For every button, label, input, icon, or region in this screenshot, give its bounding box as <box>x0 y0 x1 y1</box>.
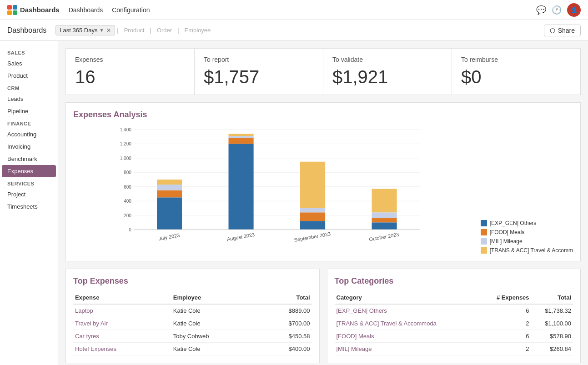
kpi-row: Expenses 16 To report $1,757 To validate… <box>65 48 581 95</box>
nav-dashboards[interactable]: Dashboards <box>69 6 103 14</box>
kpi-label: To report <box>204 56 314 63</box>
share-button[interactable]: ⬡ Share <box>544 25 581 36</box>
sidebar-item-pipeline[interactable]: Pipeline <box>0 105 58 117</box>
svg-rect-19 <box>157 180 182 185</box>
expense-total: $700.00 <box>257 317 312 330</box>
svg-text:October 2023: October 2023 <box>369 231 400 242</box>
kpi-card-to-validate: To validate $1,921 <box>323 48 452 95</box>
main-content: Expenses 16 To report $1,757 To validate… <box>58 41 588 365</box>
filter-last365[interactable]: Last 365 Days ▼ ✕ <box>55 25 115 35</box>
chart-legend: [EXP_GEN] Others [FOOD] Meals [MIL] Mile… <box>476 220 573 254</box>
sidebar-item-sales[interactable]: Sales <box>0 57 58 70</box>
chart-area: 02004006008001,0001,2001,400July 2023Aug… <box>73 125 467 254</box>
legend-item: [FOOD] Meals <box>481 229 573 235</box>
th-expense-0: Expense <box>73 291 171 304</box>
expense-total: $889.00 <box>257 304 312 317</box>
sidebar-section-crm: CRM <box>0 82 58 93</box>
legend-label: [EXP_GEN] Others <box>490 220 537 226</box>
svg-rect-33 <box>372 212 397 218</box>
avatar-image: 👤 <box>571 7 578 13</box>
sidebar-item-timesheets[interactable]: Timesheets <box>0 200 58 213</box>
svg-text:September 2023: September 2023 <box>294 231 331 243</box>
category-name[interactable]: [TRANS & ACC] Travel & Accommoda <box>335 317 480 330</box>
sidebar-item-benchmark[interactable]: Benchmark <box>0 153 58 165</box>
avatar[interactable]: 👤 <box>567 3 581 17</box>
category-count: 2 <box>480 343 531 355</box>
chart-title: Expenses Analysis <box>73 110 573 120</box>
expense-name[interactable]: Car tyres <box>73 330 171 343</box>
th-expense-2: Total <box>257 291 312 304</box>
legend-item: [EXP_GEN] Others <box>481 220 573 226</box>
svg-rect-24 <box>229 134 254 136</box>
svg-text:600: 600 <box>124 185 131 190</box>
expense-total: $450.58 <box>257 330 312 343</box>
sub-nav: Dashboards Last 365 Days ▼ ✕ | Product |… <box>0 20 588 41</box>
kpi-value: $1,757 <box>204 67 314 87</box>
table-row: Car tyres Toby Cobweb $450.58 <box>73 330 312 343</box>
kpi-value: $1,921 <box>332 67 442 87</box>
expense-name[interactable]: Travel by Air <box>73 317 171 330</box>
legend-label: [MIL] Mileage <box>490 238 523 245</box>
kpi-label: Expenses <box>75 56 185 63</box>
bar-chart-svg: 02004006008001,0001,2001,400July 2023Aug… <box>73 125 467 252</box>
filter-divider: | <box>117 27 118 34</box>
kpi-card-to-reimburse: To reimburse $0 <box>452 48 581 95</box>
svg-text:200: 200 <box>124 213 131 218</box>
table-row: Hotel Expenses Katie Cole $400.00 <box>73 343 312 355</box>
sidebar-item-expenses[interactable]: Expenses <box>2 165 56 177</box>
expense-name[interactable]: Laptop <box>73 304 171 317</box>
svg-text:400: 400 <box>124 199 131 204</box>
category-name[interactable]: [EXP_GEN] Others <box>335 304 480 317</box>
kpi-label: To reimburse <box>461 56 571 63</box>
svg-text:July 2023: July 2023 <box>158 232 180 241</box>
chart-container: 02004006008001,0001,2001,400July 2023Aug… <box>73 125 573 254</box>
nav-configuration[interactable]: Configuration <box>112 6 150 14</box>
top-categories-section: Top Categories Category# ExpensesTotal [… <box>327 269 581 363</box>
category-name[interactable]: [FOOD] Meals <box>335 330 480 343</box>
sidebar-section-finance: FINANCE <box>0 117 58 128</box>
legend-color <box>481 220 487 226</box>
sidebar-item-project[interactable]: Project <box>0 188 58 200</box>
filter-last365-close-icon[interactable]: ✕ <box>106 27 111 34</box>
sidebar-item-product[interactable]: Product <box>0 70 58 82</box>
svg-rect-29 <box>300 162 325 208</box>
sidebar-section-services: SERVICES <box>0 177 58 188</box>
legend-color <box>481 238 487 245</box>
th-category-0: Category <box>335 291 480 304</box>
share-label: Share <box>558 27 575 34</box>
svg-rect-31 <box>372 222 397 230</box>
expense-employee: Katie Cole <box>171 304 257 317</box>
filter-bar: Last 365 Days ▼ ✕ | Product | Order | Em… <box>55 25 534 35</box>
chat-icon[interactable]: 💬 <box>536 5 546 15</box>
filter-arrow-icon: ▼ <box>99 28 104 33</box>
kpi-card-to-report: To report $1,757 <box>195 48 323 95</box>
app-logo[interactable]: Dashboards <box>7 5 60 15</box>
page-title: Dashboards <box>7 26 46 35</box>
table-row: Laptop Katie Cole $889.00 <box>73 304 312 317</box>
category-name[interactable]: [MIL] Mileage <box>335 343 480 355</box>
kpi-value: $0 <box>461 67 571 87</box>
svg-text:August 2023: August 2023 <box>226 232 255 242</box>
kpi-card-expenses: Expenses 16 <box>65 48 195 95</box>
top-nav-links: Dashboards Configuration <box>69 6 150 14</box>
svg-rect-27 <box>300 212 325 221</box>
sidebar-item-invoicing[interactable]: Invoicing <box>0 140 58 153</box>
sidebar: SALESSalesProductCRMLeadsPipelineFINANCE… <box>0 41 58 365</box>
sidebar-item-accounting[interactable]: Accounting <box>0 128 58 140</box>
th-category-2: Total <box>531 291 573 304</box>
main-layout: SALESSalesProductCRMLeadsPipelineFINANCE… <box>0 41 588 365</box>
svg-text:0: 0 <box>129 227 131 232</box>
sidebar-section-sales: SALES <box>0 46 58 57</box>
clock-icon[interactable]: 🕐 <box>552 5 562 15</box>
top-expenses-section: Top Expenses ExpenseEmployeeTotal Laptop… <box>65 269 320 363</box>
logo-grid <box>7 5 17 15</box>
table-row: [EXP_GEN] Others 6 $1,738.32 <box>335 304 573 317</box>
category-count: 6 <box>480 330 531 343</box>
sidebar-item-leads[interactable]: Leads <box>0 93 58 105</box>
chart-section: Expenses Analysis 02004006008001,0001,20… <box>65 102 581 261</box>
expense-name[interactable]: Hotel Expenses <box>73 343 171 355</box>
svg-rect-23 <box>229 136 254 138</box>
svg-rect-34 <box>372 189 397 212</box>
category-total: $260.84 <box>531 343 573 355</box>
svg-rect-18 <box>157 185 182 190</box>
